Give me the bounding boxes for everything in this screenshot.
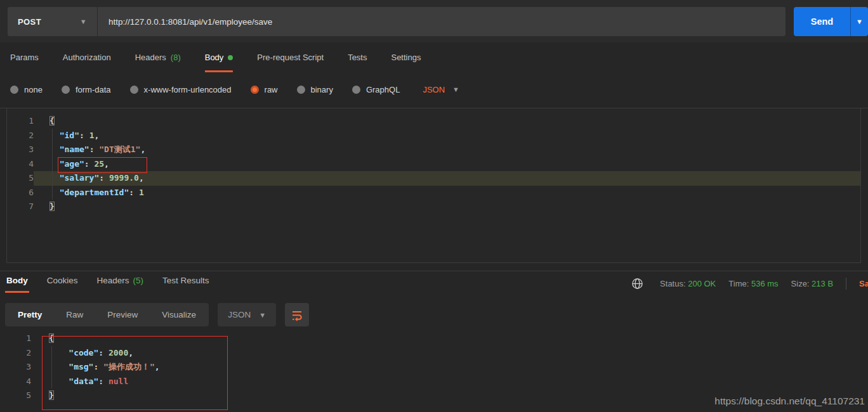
code-line: 3 "name": "DT测试1", (7, 143, 860, 157)
line-number: 1 (7, 114, 34, 129)
line-number: 2 (0, 346, 31, 361)
radio-label: none (24, 85, 43, 94)
tab-body[interactable]: Body (205, 53, 233, 72)
code-text: "age": 25, (34, 157, 860, 172)
code-text: "data": null (31, 375, 868, 389)
radio-label: raw (265, 85, 278, 94)
body-type-row: none form-data x-www-form-urlencoded raw… (10, 81, 459, 98)
response-tab-headers[interactable]: Headers (5) (96, 276, 145, 293)
tab-label: Authorization (63, 53, 111, 62)
code-text: "msg": "操作成功！", (31, 360, 868, 375)
response-language-select[interactable]: JSON ▼ (218, 303, 276, 326)
meta-divider (846, 278, 846, 290)
time-label: Time: (728, 279, 749, 288)
tab-params[interactable]: Params (10, 53, 39, 72)
tab-settings[interactable]: Settings (391, 53, 421, 72)
line-number: 1 (0, 332, 31, 346)
response-tab-body[interactable]: Body (5, 276, 29, 293)
code-line: 3 "msg": "操作成功！", (0, 360, 868, 375)
body-language-select[interactable]: JSON ▼ (423, 85, 459, 94)
indent-guide (51, 346, 52, 389)
code-line: 2 "code": 2000, (0, 346, 868, 361)
radio-icon (297, 86, 305, 94)
chevron-down-icon: ▼ (452, 86, 459, 93)
code-line: 1{ (0, 332, 868, 346)
body-type-raw[interactable]: raw (251, 85, 278, 94)
radio-label: x-www-form-urlencoded (144, 85, 232, 94)
response-tab-test-results[interactable]: Test Results (161, 276, 211, 293)
tab-label: Pre-request Script (257, 53, 324, 62)
tab-headers[interactable]: Headers (8) (135, 53, 181, 72)
tab-label: Headers (135, 53, 166, 62)
tab-label: Params (10, 53, 39, 62)
tab-label: Cookies (47, 276, 78, 285)
view-preview[interactable]: Preview (95, 303, 150, 326)
code-text: { (31, 332, 868, 346)
line-number: 4 (7, 157, 34, 172)
method-label: POST (18, 17, 41, 27)
network-globe-icon[interactable] (631, 278, 643, 290)
language-label: JSON (228, 310, 251, 319)
view-visualize[interactable]: Visualize (150, 303, 208, 326)
send-button[interactable]: Send (794, 7, 850, 36)
response-view-switcher: Pretty Raw Preview Visualize (5, 303, 209, 326)
response-meta: Status: 200 OK Time: 536 ms Size: 213 B … (631, 271, 868, 295)
code-line: 6 "departmentId": 1 (7, 186, 860, 200)
line-number: 4 (0, 375, 31, 389)
request-tabs: Params Authorization Headers (8) Body Pr… (10, 53, 421, 72)
tab-label: Body (205, 53, 224, 62)
tab-label: Body (6, 276, 28, 285)
code-text: "name": "DT测试1", (34, 143, 860, 157)
line-number: 3 (7, 143, 34, 157)
headers-count-badge: (8) (171, 53, 181, 62)
code-text: "code": 2000, (31, 346, 868, 361)
chevron-down-icon: ▼ (259, 311, 266, 319)
chevron-down-icon: ▼ (80, 18, 87, 25)
request-body-editor[interactable]: 1{2 "id": 1,3 "name": "DT测试1",4 "age": 2… (6, 108, 861, 263)
code-line: 2 "id": 1, (7, 129, 860, 143)
code-line: 5 "salary": 9999.0, (7, 171, 860, 186)
body-type-none[interactable]: none (10, 85, 43, 94)
tab-label: Test Results (162, 276, 209, 285)
status-value: 200 OK (688, 279, 716, 288)
send-options-button[interactable]: ▼ (850, 7, 868, 36)
view-pretty[interactable]: Pretty (6, 303, 54, 326)
tab-authorization[interactable]: Authorization (63, 53, 111, 72)
response-header: Body Cookies Headers (5) Test Results St… (0, 271, 868, 295)
radio-selected-icon (251, 86, 259, 94)
request-url-bar: POST ▼ Send ▼ (0, 0, 868, 42)
body-type-x-www-form-urlencoded[interactable]: x-www-form-urlencoded (130, 85, 232, 94)
tab-tests[interactable]: Tests (348, 53, 367, 72)
word-wrap-icon (291, 309, 303, 321)
tab-pre-request-script[interactable]: Pre-request Script (257, 53, 324, 72)
body-type-binary[interactable]: binary (297, 85, 333, 94)
view-raw[interactable]: Raw (54, 303, 95, 326)
radio-label: binary (311, 85, 333, 94)
code-line: 4 "data": null (0, 375, 868, 389)
url-group: POST ▼ (8, 7, 786, 36)
radio-icon (10, 86, 18, 94)
send-split-button: Send ▼ (794, 7, 868, 36)
time-pair: Time: 536 ms (728, 279, 778, 288)
line-number: 5 (7, 171, 34, 186)
radio-icon (352, 86, 360, 94)
body-type-graphql[interactable]: GraphQL (352, 85, 400, 94)
save-response-link-truncated[interactable]: Sa (859, 279, 868, 288)
url-input[interactable] (98, 7, 786, 36)
method-select[interactable]: POST ▼ (8, 7, 98, 36)
code-line: 1{ (7, 114, 860, 129)
wrap-text-button[interactable] (285, 303, 309, 326)
code-text: "salary": 9999.0, (34, 171, 860, 186)
response-tab-cookies[interactable]: Cookies (46, 276, 79, 293)
line-number: 5 (0, 389, 31, 403)
body-type-form-data[interactable]: form-data (62, 85, 111, 94)
code-text: } (34, 200, 860, 214)
code-line: 4 "age": 25, (7, 157, 860, 172)
watermark-url: https://blog.csdn.net/qq_41107231 (714, 396, 865, 407)
status-label: Status: (660, 279, 685, 288)
radio-label: form-data (76, 85, 111, 94)
size-value: 213 B (812, 279, 833, 288)
radio-icon (130, 86, 138, 94)
radio-icon (62, 86, 70, 94)
code-text: { (34, 114, 860, 129)
